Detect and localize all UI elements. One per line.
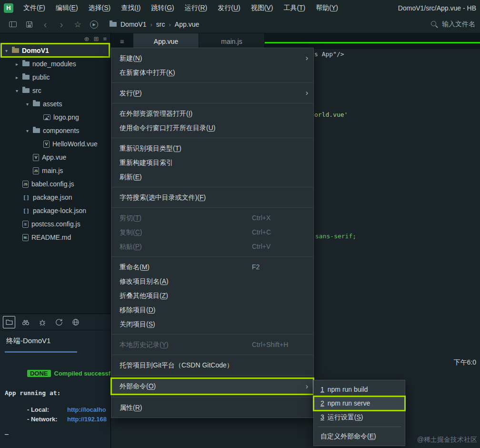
submenu-item-npm-run-serve[interactable]: 2npm run serve [314,397,405,410]
menu-item-label: 在外部资源管理器打开(I) [120,110,192,117]
submenu-item-custom-external-command[interactable]: 自定义外部命令(E) [314,429,405,443]
menu-item-char-search[interactable]: 字符搜索(选中目录或文件)(F) [111,190,313,204]
network-url[interactable]: http://192.168 [67,416,107,423]
terminal-tab[interactable]: 终端-DomoV1 [6,336,50,346]
menu-select[interactable]: 选择(S) [83,0,116,16]
tree-item-helloworld-vue[interactable]: HelloWorld.vue [0,137,110,151]
breadcrumb-project[interactable]: DomoV1 [120,20,146,28]
favorite-star-icon[interactable]: ☆ [70,17,86,31]
locate-file-icon[interactable]: ⊕ [84,35,90,42]
breadcrumb-folder[interactable]: src [156,20,165,28]
chevron-right-icon[interactable] [14,75,20,80]
tree-item-node-modules[interactable]: node_modules [0,57,110,71]
tree-item-label: assets [43,100,62,108]
chevron-down-icon[interactable] [25,102,30,107]
submenu-item-label: 自定义外部命令(E) [320,432,376,440]
chevron-down-icon[interactable] [14,88,20,93]
json-file-icon [22,208,30,214]
menu-item-open-in-new-window[interactable]: 在新窗体中打开(K) [111,65,313,80]
collapse-all-icon[interactable]: ⊞ [94,35,99,42]
explorer-toolbar: ⊕ ⊞ ≡ [0,33,110,44]
menu-item-rebuild-project-index[interactable]: 重新构建项目索引 [111,155,313,170]
save-icon[interactable] [21,17,37,31]
file-explorer-panel: ⊕ ⊞ ≡ DomoV1 node_modules public src [0,33,111,314]
code-fragment: sans-serif; [315,233,356,240]
chevron-right-icon[interactable] [14,61,20,67]
back-icon[interactable]: ‹ [37,17,53,31]
search-view-icon[interactable] [20,316,32,328]
menu-edit[interactable]: 编辑(E) [50,0,83,16]
chevron-down-icon[interactable] [4,48,9,53]
run-icon[interactable] [86,17,102,31]
menu-separator [112,355,313,355]
tab-app-vue[interactable]: App.vue [133,33,199,49]
submenu-item-npm-run-build[interactable]: 1npm run build [314,383,405,397]
menu-view[interactable]: 视图(V) [246,0,279,16]
tree-item-label: DomoV1 [22,47,49,54]
menu-separator [112,103,313,103]
menu-separator [112,397,313,397]
menu-item-open-in-terminal[interactable]: 使用命令行窗口打开所在目录(U) [111,121,313,135]
chevron-down-icon[interactable] [25,128,30,133]
tree-item-readme-md[interactable]: README.md [0,231,110,244]
refresh-view-icon[interactable] [53,316,65,328]
submenu-item-run-settings[interactable]: 3运行设置(S) [314,410,405,424]
web-view-icon[interactable] [70,316,82,328]
tree-item-postcss-config[interactable]: postcss.config.js [0,217,110,231]
menu-item-collapse-other-projects[interactable]: 折叠其他项目(Z) [111,288,313,303]
tree-item-assets[interactable]: assets [0,97,110,111]
files-view-icon[interactable] [3,316,15,328]
tree-item-package-json[interactable]: package.json [0,191,110,204]
file-search[interactable]: 输入文件名 [431,20,475,29]
forward-icon[interactable]: › [53,17,70,31]
tree-item-public[interactable]: public [0,71,110,84]
accel-number: 1 [320,386,324,393]
chevron-right-icon: › [150,21,152,28]
breadcrumb-file[interactable]: App.vue [175,20,199,28]
tree-item-components[interactable]: components [0,124,110,137]
debug-view-icon[interactable] [36,316,49,328]
menu-run[interactable]: 运行(R) [180,0,212,16]
menu-publish[interactable]: 发行(U) [212,0,245,16]
menu-file[interactable]: 文件(F) [18,0,50,16]
tab-main-js[interactable]: main.js [199,33,265,49]
js-file-icon [22,181,29,188]
menu-item-edit-project-alias[interactable]: 修改项目别名(A) [111,274,313,288]
menu-item-properties[interactable]: 属性(R) [111,400,313,415]
search-file-icon [431,21,438,28]
menu-help[interactable]: 帮助(Y) [310,0,343,16]
menu-item-host-to-git[interactable]: 托管项目到Git平台（CSDN GitCode） [111,358,313,372]
folder-icon [33,102,40,106]
toggle-sidebar-icon[interactable] [5,17,21,31]
menu-find[interactable]: 查找(I) [116,0,146,16]
tree-item-app-vue[interactable]: App.vue [0,151,110,164]
menu-tools[interactable]: 工具(T) [278,0,310,16]
tree-item-label: package-lock.json [33,207,86,214]
explorer-menu-icon[interactable]: ≡ [103,35,107,42]
menu-item-external-commands[interactable]: 外部命令(O) [111,378,313,394]
tree-item-logo-png[interactable]: logo.png [0,111,110,124]
menu-item-refresh[interactable]: 刷新(E) [111,170,313,184]
menu-separator [112,138,313,138]
submenu-item-label: npm run serve [328,399,370,407]
tabbar-accent-line [265,42,480,43]
tree-item-main-js[interactable]: main.js [0,164,110,177]
tab-list-icon[interactable]: ≡ [111,33,133,49]
menu-item-new[interactable]: 新建(N) [111,51,313,65]
menu-item-label: 修改项目别名(A) [120,277,169,285]
menu-item-remove-project[interactable]: 移除项目(D) [111,303,313,317]
project-icon [110,22,117,27]
menu-item-open-in-explorer[interactable]: 在外部资源管理器打开(I) [111,106,313,121]
tree-item-project-root[interactable]: DomoV1 [0,44,110,57]
tree-item-babel-config[interactable]: babel.config.js [0,177,110,191]
menu-item-reidentify-project-type[interactable]: 重新识别项目类型(T) [111,141,313,155]
menu-item-rename[interactable]: 重命名(M) F2 [111,260,313,274]
folder-icon [22,75,30,80]
menu-goto[interactable]: 跳转(G) [146,0,180,16]
tree-item-src[interactable]: src [0,84,110,97]
menu-item-close-project[interactable]: 关闭项目(S) [111,317,313,331]
tree-item-package-lock-json[interactable]: package-lock.json [0,204,110,217]
menu-item-label: 本地历史记录(Y) [120,341,169,348]
folder-icon [22,88,30,93]
menu-item-publish[interactable]: 发行(P) [111,86,313,100]
